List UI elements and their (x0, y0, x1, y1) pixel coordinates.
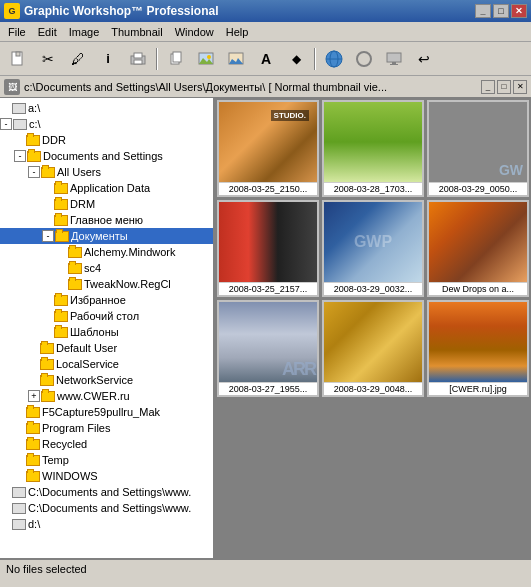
tree-row[interactable]: Alchemy.Mindwork (0, 244, 213, 260)
tree-row[interactable]: DDR (0, 132, 213, 148)
tree-row[interactable]: Application Data (0, 180, 213, 196)
thumbnail-panel[interactable]: 2008-03-25_2150...2008-03-28_1703...2008… (215, 98, 531, 558)
tree-row[interactable]: Recycled (0, 436, 213, 452)
toolbar-circle[interactable] (350, 46, 378, 72)
svg-rect-4 (134, 60, 142, 64)
tree-row[interactable]: Рабочий стол (0, 308, 213, 324)
svg-rect-18 (390, 64, 398, 65)
tree-row[interactable]: C:\Documents and Settings\www. (0, 484, 213, 500)
menu-edit[interactable]: Edit (32, 24, 63, 40)
path-close[interactable]: ✕ (513, 80, 527, 94)
status-bar: No files selected (0, 558, 531, 578)
tree-row[interactable]: +www.CWER.ru (0, 388, 213, 404)
tree-row[interactable]: a:\ (0, 100, 213, 116)
thumbnail-image (324, 302, 422, 382)
thumbnail-item[interactable]: 2008-03-29_0050... (427, 100, 529, 197)
maximize-button[interactable]: □ (493, 4, 509, 18)
toolbar-globe[interactable] (320, 46, 348, 72)
folder-icon (54, 183, 68, 194)
path-minimize[interactable]: _ (481, 80, 495, 94)
tree-item-label: Главное меню (70, 214, 143, 226)
toolbar-diamond[interactable]: ◆ (282, 46, 310, 72)
folder-icon (27, 151, 41, 162)
tree-row[interactable]: NetworkService (0, 372, 213, 388)
menu-thumbnail[interactable]: Thumbnail (105, 24, 168, 40)
tree-item-label: Рабочий стол (70, 310, 139, 322)
thumbnail-item[interactable]: 2008-03-29_0032... (322, 200, 424, 297)
toolbar-pencil[interactable]: 🖊 (64, 46, 92, 72)
path-maximize[interactable]: □ (497, 80, 511, 94)
tree-item-label: Recycled (42, 438, 87, 450)
folder-icon (26, 439, 40, 450)
folder-icon (26, 471, 40, 482)
tree-item-label: Alchemy.Mindwork (84, 246, 176, 258)
menu-window[interactable]: Window (169, 24, 220, 40)
toolbar-cut[interactable]: ✂ (34, 46, 62, 72)
thumbnail-item[interactable]: 2008-03-25_2150... (217, 100, 319, 197)
tree-row[interactable]: DRM (0, 196, 213, 212)
menu-file[interactable]: File (2, 24, 32, 40)
tree-row[interactable]: Temp (0, 452, 213, 468)
thumbnail-grid: 2008-03-25_2150...2008-03-28_1703...2008… (217, 100, 529, 397)
toolbar-monitor[interactable] (380, 46, 408, 72)
close-button[interactable]: ✕ (511, 4, 527, 18)
svg-rect-3 (134, 53, 142, 58)
tree-expander-icon[interactable]: - (14, 150, 26, 162)
drive-icon (13, 119, 27, 130)
toolbar-image2[interactable] (222, 46, 250, 72)
toolbar-new[interactable] (4, 46, 32, 72)
toolbar-undo[interactable]: ↩ (410, 46, 438, 72)
thumbnail-item[interactable]: 2008-03-25_2157... (217, 200, 319, 297)
tree-item-label: Program Files (42, 422, 110, 434)
tree-expander-icon[interactable]: + (28, 390, 40, 402)
window-controls[interactable]: _ □ ✕ (475, 4, 527, 18)
svg-point-9 (207, 55, 211, 59)
thumbnail-item[interactable]: 2008-03-29_0048... (322, 300, 424, 397)
tree-item-label: C:\Documents and Settings\www. (28, 502, 191, 514)
thumbnail-item[interactable]: [CWER.ru].jpg (427, 300, 529, 397)
thumbnail-label: 2008-03-25_2150... (219, 182, 317, 195)
tree-row[interactable]: Program Files (0, 420, 213, 436)
tree-row[interactable]: TweakNow.RegCl (0, 276, 213, 292)
folder-icon (68, 263, 82, 274)
path-controls[interactable]: _ □ ✕ (481, 80, 527, 94)
tree-row[interactable]: -Документы (0, 228, 213, 244)
tree-row[interactable]: WINDOWS (0, 468, 213, 484)
svg-rect-6 (173, 52, 181, 62)
tree-row[interactable]: sc4 (0, 260, 213, 276)
thumbnail-item[interactable]: 2008-03-28_1703... (322, 100, 424, 197)
tree-row[interactable]: Избранное (0, 292, 213, 308)
tree-row[interactable]: -Documents and Settings (0, 148, 213, 164)
tree-expander-icon[interactable]: - (0, 118, 12, 130)
tree-row[interactable]: Главное меню (0, 212, 213, 228)
toolbar-copy[interactable] (162, 46, 190, 72)
tree-item-label: Application Data (70, 182, 150, 194)
menu-help[interactable]: Help (220, 24, 255, 40)
menu-bar: File Edit Image Thumbnail Window Help (0, 22, 531, 42)
toolbar-image[interactable] (192, 46, 220, 72)
tree-expander-icon[interactable]: - (42, 230, 54, 242)
tree-row[interactable]: -All Users (0, 164, 213, 180)
tree-row[interactable]: F5Capture59pullru_Mak (0, 404, 213, 420)
minimize-button[interactable]: _ (475, 4, 491, 18)
toolbar-text[interactable]: A (252, 46, 280, 72)
folder-icon (40, 343, 54, 354)
menu-image[interactable]: Image (63, 24, 106, 40)
tree-item-label: Default User (56, 342, 117, 354)
tree-expander-icon[interactable]: - (28, 166, 40, 178)
thumbnail-image (219, 102, 317, 182)
toolbar-info[interactable]: i (94, 46, 122, 72)
thumbnail-label: 2008-03-25_2157... (219, 282, 317, 295)
toolbar-print[interactable] (124, 46, 152, 72)
tree-item-label: Документы (71, 230, 128, 242)
tree-row[interactable]: LocalService (0, 356, 213, 372)
thumbnail-item[interactable]: Dew Drops on a... (427, 200, 529, 297)
tree-row[interactable]: Шаблоны (0, 324, 213, 340)
tree-row[interactable]: -c:\ (0, 116, 213, 132)
folder-icon (40, 375, 54, 386)
tree-panel[interactable]: a:\-c:\DDR-Documents and Settings-All Us… (0, 98, 215, 558)
thumbnail-item[interactable]: 2008-03-27_1955... (217, 300, 319, 397)
tree-row[interactable]: C:\Documents and Settings\www. (0, 500, 213, 516)
tree-row[interactable]: d:\ (0, 516, 213, 532)
tree-row[interactable]: Default User (0, 340, 213, 356)
